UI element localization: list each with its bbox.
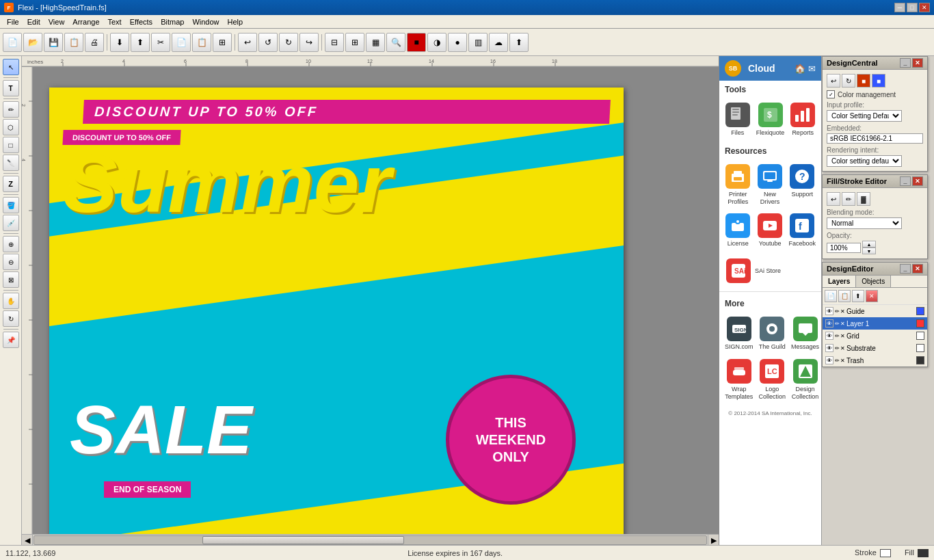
menu-effects[interactable]: Effects [126, 16, 157, 27]
de-tb-export[interactable]: ⬆ [852, 290, 864, 302]
cloud-home-icon[interactable]: 🏠 [795, 64, 805, 74]
cloud-printer-profiles[interactable]: Printer Profiles [723, 161, 753, 209]
tool-rotate[interactable]: ↻ [3, 310, 19, 327]
menu-arrange[interactable]: Arrange [68, 16, 103, 27]
cloud-files[interactable]: Files [723, 100, 752, 139]
cloud-support[interactable]: ? Support [787, 161, 817, 209]
tool-z[interactable]: Z [3, 176, 19, 192]
cloud-new-drivers[interactable]: New Drivers [756, 161, 785, 209]
tb-new[interactable]: 📄 [3, 33, 22, 52]
tb-undo2[interactable]: ↺ [258, 33, 278, 52]
cloud-facebook[interactable]: f Facebook [787, 211, 817, 250]
layer-vis-layer1[interactable]: 👁 [825, 319, 833, 328]
menu-help[interactable]: Help [224, 16, 248, 27]
fs-opacity-down[interactable]: ▼ [862, 248, 876, 254]
h-scrollbar[interactable] [34, 535, 707, 545]
tool-select[interactable]: ↖ [3, 59, 19, 75]
layer-layer1[interactable]: 👁 ✏✕ Layer 1 [823, 317, 927, 330]
dc-close-btn[interactable]: ✕ [912, 58, 923, 68]
de-tb-delete[interactable]: ✕ [866, 290, 878, 302]
cloud-sai-store[interactable]: SAi SAi Store [723, 256, 817, 286]
cloud-guild[interactable]: The Guild [758, 314, 788, 354]
tb-cloud-dl[interactable]: ☁ [489, 33, 508, 52]
de-tb-copy[interactable]: 📋 [838, 290, 851, 302]
tool-fill[interactable]: 🪣 [3, 197, 19, 213]
cloud-reports[interactable]: Reports [788, 100, 817, 139]
de-tb-new[interactable]: 📄 [825, 290, 837, 302]
dc-min-btn[interactable]: _ [900, 58, 911, 68]
tab-layers[interactable]: Layers [823, 276, 856, 287]
tb-print[interactable]: 🖨 [85, 33, 104, 52]
tool-reshape[interactable]: ⬡ [3, 119, 19, 135]
menu-edit[interactable]: Edit [23, 16, 44, 27]
tb-pattern[interactable]: ▥ [468, 33, 488, 52]
cloud-flexiquote[interactable]: $ Flexiquote [755, 100, 786, 139]
fs-tb-2[interactable]: ✏ [842, 192, 855, 206]
fs-opacity-up[interactable]: ▲ [862, 241, 876, 248]
layer-vis-grid[interactable]: 👁 [825, 332, 833, 340]
canvas-content[interactable]: 2 4 [22, 67, 719, 534]
layer-guide[interactable]: 👁 ✏✕ Guide [823, 305, 927, 317]
cloud-mail-icon[interactable]: ✉ [808, 64, 816, 74]
cloud-wrap[interactable]: Wrap Templates [723, 356, 755, 403]
tb-redo2[interactable]: ↪ [299, 33, 319, 52]
dc-tb-2[interactable]: ↻ [842, 74, 855, 88]
cloud-youtube[interactable]: Youtube [756, 211, 785, 250]
cloud-messages[interactable]: Messages [790, 314, 820, 354]
tb-paste[interactable]: 📋 [192, 33, 211, 52]
tb-undo[interactable]: ↩ [238, 33, 257, 52]
layer-vis-substrate[interactable]: 👁 [825, 344, 833, 352]
tool-eyedrop[interactable]: 💉 [3, 215, 19, 231]
tool-zoom-out[interactable]: ⊖ [3, 254, 19, 270]
tb-view3[interactable]: ▦ [366, 33, 385, 52]
de-min-btn[interactable]: _ [900, 264, 911, 274]
tb-saveas[interactable]: 📋 [64, 33, 83, 52]
menu-file[interactable]: File [3, 16, 23, 27]
fs-tb-1[interactable]: ↩ [827, 192, 840, 206]
tb-cut[interactable]: ✂ [151, 33, 170, 52]
cloud-license[interactable]: License [723, 211, 753, 250]
tb-redo[interactable]: ↻ [279, 33, 298, 52]
dc-tb-4[interactable]: ■ [872, 74, 885, 88]
layer-substrate[interactable]: 👁 ✏✕ Substrate [823, 342, 927, 354]
tb-view1[interactable]: ⊟ [325, 33, 344, 52]
cloud-logo[interactable]: LC Logo Collection [758, 356, 788, 403]
tb-zoom[interactable]: 🔍 [386, 33, 405, 52]
tb-transform[interactable]: ⊞ [213, 33, 232, 52]
tb-color3[interactable]: ● [448, 33, 467, 52]
menu-window[interactable]: Window [188, 16, 223, 27]
scroll-right-btn[interactable]: ▶ [708, 535, 719, 545]
tb-color2[interactable]: ◑ [427, 33, 446, 52]
tb-export[interactable]: ⬆ [131, 33, 150, 52]
window-controls[interactable]: ─ □ ✕ [894, 3, 930, 12]
h-scroll-thumb[interactable] [202, 536, 404, 544]
tb-import[interactable]: ⬇ [110, 33, 129, 52]
tb-copy[interactable]: 📄 [172, 33, 191, 52]
layer-vis-guide[interactable]: 👁 [825, 307, 833, 315]
layer-grid[interactable]: 👁 ✏✕ Grid [823, 330, 927, 342]
tool-zoom-fit[interactable]: ⊠ [3, 271, 19, 288]
scroll-left-btn[interactable]: ◀ [22, 535, 33, 545]
tb-save[interactable]: 💾 [44, 33, 63, 52]
fs-min-btn[interactable]: _ [900, 176, 911, 186]
dc-tb-3[interactable]: ■ [857, 74, 870, 88]
tb-color1[interactable]: ■ [407, 33, 426, 52]
de-close-btn[interactable]: ✕ [912, 264, 923, 274]
menu-bitmap[interactable]: Bitmap [157, 16, 188, 27]
dc-tb-1[interactable]: ↩ [827, 74, 840, 88]
tb-open[interactable]: 📂 [23, 33, 42, 52]
fs-blending-select[interactable]: Normal [827, 217, 902, 229]
menu-text[interactable]: Text [104, 16, 126, 27]
layer-vis-trash[interactable]: 👁 [825, 356, 833, 364]
dc-colormgmt-checkbox[interactable]: ✓ [827, 90, 835, 98]
menu-view[interactable]: View [44, 16, 69, 27]
tool-text[interactable]: T [3, 80, 19, 96]
fs-tb-3[interactable]: ▓ [857, 192, 870, 206]
close-button[interactable]: ✕ [919, 3, 930, 12]
cloud-sign[interactable]: SIGN SIGN.com [723, 314, 755, 354]
fs-close-btn[interactable]: ✕ [912, 176, 923, 186]
dc-rendering-select[interactable]: Color setting default [827, 155, 902, 167]
maximize-button[interactable]: □ [907, 3, 918, 12]
tb-view2[interactable]: ⊞ [345, 33, 364, 52]
layer-trash[interactable]: 👁 ✏✕ Trash [823, 354, 927, 366]
